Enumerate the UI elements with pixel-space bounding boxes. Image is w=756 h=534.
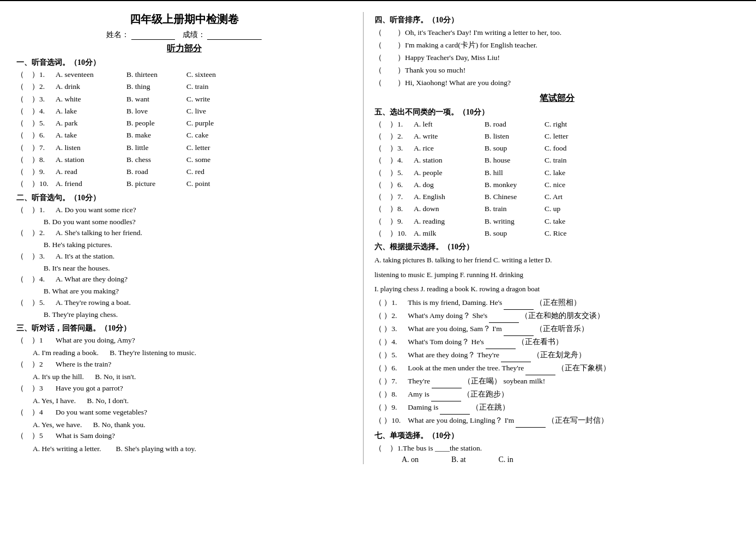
part5-item: （ ）4.A. stationB. houseC. train xyxy=(374,155,740,166)
part2-items: （ ）1.A. Do you want some rice?B. Do you … xyxy=(16,205,352,321)
part2-item-b: B. Do you want some noodles? xyxy=(44,217,352,227)
part5-item: （ ）8.A. downB. trainC. up xyxy=(374,203,740,214)
paren: （ ） xyxy=(16,178,39,189)
part1-heading: 一、听音选词。（10分） xyxy=(16,58,352,68)
paren: （ ） xyxy=(16,69,39,80)
part5-item: （ ）6.A. dogB. monkeyC. nice xyxy=(374,179,740,190)
part4-item: （ ）Thank you so much! xyxy=(374,64,740,77)
part7-heading: 七、单项选择。（10分） xyxy=(374,431,740,441)
part3-extra: A. He's writing a letter. B. She's playi… xyxy=(33,443,352,455)
part1-item: （ ）7.A. listenB. littleC. letter xyxy=(16,142,352,153)
part3-item-q: （ ）5What is Sam doing? xyxy=(16,430,352,441)
part6-item: （ ）8.Amy is （正在跑步） xyxy=(374,388,740,401)
part4-item: （ ）Oh, it's Teacher's Day! I'm writing a… xyxy=(374,27,740,39)
part2-item-b: B. They're playing chess. xyxy=(44,309,352,320)
part3-item-q: （ ）1What are you doing, Amy? xyxy=(16,335,352,346)
name-label: 姓名： xyxy=(106,31,129,39)
part3-item-q: （ ）3Have you got a parrot? xyxy=(16,383,352,394)
part6-item: （ ）3.What are you doing, Sam？ I'm （正在听音乐… xyxy=(374,323,740,336)
score-label: 成绩： xyxy=(183,31,205,39)
part3-item-a: A. I'm reading a book. B. They're listen… xyxy=(33,347,352,359)
part6-items: （ ）1.This is my friend, Daming. He's （正在… xyxy=(374,297,740,427)
part4-items: （ ）Oh, it's Teacher's Day! I'm writing a… xyxy=(374,27,740,89)
part5-item: （ ）1.A. leftB. roadC. right xyxy=(374,119,740,130)
part6-item: （ ）6.Look at the men under the tree. The… xyxy=(374,362,740,375)
part5-item: （ ）5.A. peopleB. hillC. lake xyxy=(374,167,740,178)
name-line xyxy=(131,31,175,40)
right-column: 四、听音排序。（10分） （ ）Oh, it's Teacher's Day! … xyxy=(364,12,740,464)
paren: （ ） xyxy=(16,130,39,141)
part2-item-b: B. It's near the houses. xyxy=(44,263,352,274)
part5-items: （ ）1.A. leftB. roadC. right（ ）2.A. write… xyxy=(374,119,740,239)
part1-item: （ ）5.A. parkB. peopleC. purple xyxy=(16,118,352,129)
part4-item: （ ）I'm making a card(卡片) for English tea… xyxy=(374,39,740,52)
part3-item-a: A. Yes, we have. B. No, thank you. xyxy=(33,419,352,431)
part6-options-row1: A. taking pictures B. talking to her fri… xyxy=(374,254,740,266)
paren: （ ） xyxy=(16,81,39,92)
left-column: 四年级上册期中检测卷 姓名： 成绩： 听力部分 一、听音选词。（10分） （ ）… xyxy=(16,12,364,464)
part1-item: （ ）10.A. friendB. pictureC. point xyxy=(16,178,352,189)
section-listening-title: 听力部分 xyxy=(16,43,352,55)
part6-options-row2: listening to music E. jumping F. running… xyxy=(374,268,740,281)
score-line xyxy=(207,31,262,40)
part6-item: （ ）1.This is my friend, Daming. He's （正在… xyxy=(374,297,740,310)
part2-item-a: （ ）4.A. What are they doing? xyxy=(16,274,352,285)
paren: （ ） xyxy=(16,154,39,165)
part5-heading: 五、选出不同类的一项。（10分） xyxy=(374,107,740,117)
part3-item-q: （ ）4Do you want some vegetables? xyxy=(16,407,352,418)
part7-item-q: （ ）1.The bus is ____the station. xyxy=(374,442,740,455)
part1-item: （ ）3.A. whiteB. wantC. write xyxy=(16,94,352,105)
part2-item-a: （ ）3.A. It's at the station. xyxy=(16,251,352,262)
exam-title: 四年级上册期中检测卷 xyxy=(16,12,352,27)
section-writing-title: 笔试部分 xyxy=(374,93,740,104)
part1-item: （ ）8.A. stationB. chessC. some xyxy=(16,154,352,165)
part3-heading: 三、听对话，回答问题。（10分） xyxy=(16,323,352,333)
name-score-row: 姓名： 成绩： xyxy=(16,30,352,40)
part6-item: （ ）7.They're （正在喝） soybean milk! xyxy=(374,375,740,388)
part6-heading: 六、根据提示选择。（10分） xyxy=(374,242,740,252)
part5-item: （ ）2.A. writeB. listenC. letter xyxy=(374,131,740,142)
part6-item: （ ）4.What's Tom doing？ He's （正在看书） xyxy=(374,336,740,349)
part1-item: （ ）6.A. takeB. makeC. cake xyxy=(16,130,352,141)
part3-items: （ ）1What are you doing, Amy?A. I'm readi… xyxy=(16,335,352,442)
part2-item-b: B. What are you making? xyxy=(44,286,352,297)
part5-item: （ ）9.A. readingB. writingC. take xyxy=(374,216,740,227)
part6-item: （ ）9.Daming is （正在跳） xyxy=(374,401,740,415)
part5-item: （ ）7.A. EnglishB. ChineseC. Art xyxy=(374,191,740,202)
part3-item-q: （ ）2Where is the train? xyxy=(16,359,352,370)
part2-item-a: （ ）5.A. They're rowing a boat. xyxy=(16,297,352,308)
paren: （ ） xyxy=(16,94,39,105)
part6-item: （ ）5.What are they doing？ They're （正在划龙舟… xyxy=(374,349,740,362)
part6-item: （ ）2.What's Amy doing？ She's （正在和她的朋友交谈） xyxy=(374,310,740,323)
part2-item-a: （ ）1.A. Do you want some rice? xyxy=(16,205,352,215)
part4-item: （ ）Happy Teacher's Day, Miss Liu! xyxy=(374,52,740,64)
part2-item-b: B. He's taking pictures. xyxy=(44,239,352,250)
part5-item: （ ）10.A. milkB. soupC. Rice xyxy=(374,228,740,239)
part1-item: （ ）1.A. seventeenB. thirteenC. sixteen xyxy=(16,69,352,80)
paren: （ ） xyxy=(16,166,39,177)
part1-items: （ ）1.A. seventeenB. thirteenC. sixteen（ … xyxy=(16,69,352,190)
part3-extra-b: B. She's playing with a toy. xyxy=(116,445,196,453)
exam-page: 四年级上册期中检测卷 姓名： 成绩： 听力部分 一、听音选词。（10分） （ ）… xyxy=(0,0,756,475)
paren: （ ） xyxy=(16,106,39,117)
part7-item-choices: A. onB. atC. in xyxy=(402,455,740,464)
part4-item: （ ）Hi, Xiaohong! What are you doing? xyxy=(374,77,740,89)
part5-item: （ ）3.A. riceB. soupC. food xyxy=(374,143,740,154)
paren: （ ） xyxy=(16,142,39,153)
part3-item-a: A. Yes, I have. B. No, I don't. xyxy=(33,395,352,407)
part6-options-row3: I. playing chess J. reading a book K. ro… xyxy=(374,283,740,295)
part1-item: （ ）9.A. readB. roadC. red xyxy=(16,166,352,177)
part4-heading: 四、听音排序。（10分） xyxy=(374,15,740,25)
part3-item-a: A. It's up the hill. B. No, it isn't. xyxy=(33,371,352,383)
part1-item: （ ）4.A. lakeB. loveC. live xyxy=(16,106,352,117)
part7-items: （ ）1.The bus is ____the station.A. onB. … xyxy=(374,442,740,464)
part3-extra-a: A. He's writing a letter. xyxy=(33,445,101,453)
part2-item-a: （ ）2.A. She's talking to her friend. xyxy=(16,227,352,238)
paren: （ ） xyxy=(16,118,39,129)
part6-item: （ ）10.What are you doing, Lingling？ I'm … xyxy=(374,415,740,428)
part1-item: （ ）2.A. drinkB. thingC. train xyxy=(16,81,352,92)
part2-heading: 二、听音选句。（10分） xyxy=(16,193,352,203)
